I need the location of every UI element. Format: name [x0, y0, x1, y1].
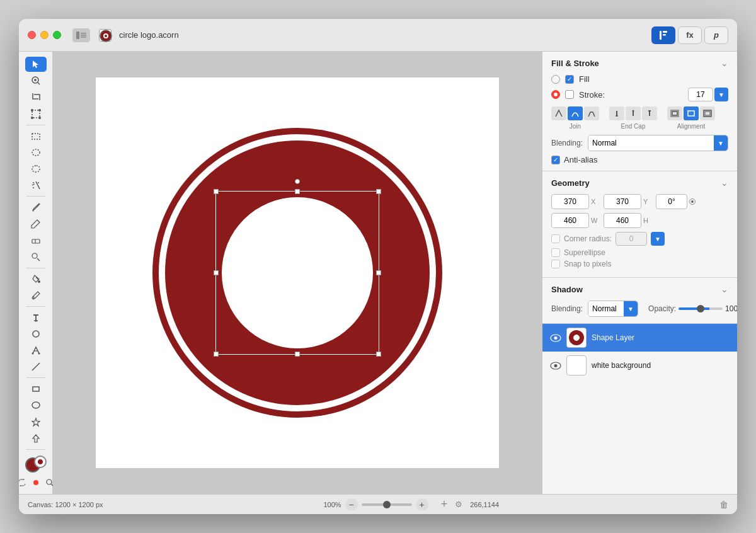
layer-item-shape[interactable]: Shape Layer: [542, 324, 737, 352]
swap-colors-tool[interactable]: [19, 476, 28, 489]
cap-square-btn[interactable]: [642, 106, 657, 120]
rotate-handle[interactable]: [295, 179, 300, 184]
zoom-in-btn[interactable]: +: [416, 498, 428, 511]
color-swatches[interactable]: [25, 456, 47, 473]
text-tool[interactable]: [25, 310, 47, 325]
marquee-ellipse-tool[interactable]: [25, 145, 47, 160]
fx-button[interactable]: fx: [678, 26, 702, 44]
join-miter-btn[interactable]: [551, 106, 566, 120]
x-input[interactable]: [551, 194, 589, 209]
align-outside-btn[interactable]: [700, 106, 715, 120]
cap-butt-btn[interactable]: [609, 106, 624, 120]
wh-row: W H: [551, 213, 728, 228]
snap-to-pixels-checkbox[interactable]: [551, 260, 560, 268]
handle-top-center[interactable]: [295, 189, 300, 194]
cap-round-btn[interactable]: [626, 106, 641, 120]
svg-point-15: [31, 109, 33, 112]
fill-radio[interactable]: [551, 75, 560, 84]
lasso-tool[interactable]: [25, 161, 47, 176]
line-tool[interactable]: [25, 359, 47, 374]
fill-checkbox[interactable]: ✓: [565, 75, 574, 84]
canvas-area[interactable]: [53, 52, 542, 494]
file-icon: [99, 29, 112, 42]
y-input[interactable]: [604, 194, 641, 209]
handle-bottom-center[interactable]: [295, 352, 300, 357]
sidebar-toggle-button[interactable]: [72, 28, 90, 42]
join-buttons: [551, 106, 599, 120]
antialias-checkbox[interactable]: ✓: [551, 156, 560, 164]
geometry-collapse[interactable]: ⌄: [721, 178, 728, 188]
handle-top-right[interactable]: [376, 189, 381, 194]
h-input[interactable]: [604, 213, 641, 228]
blending-select-wrapper[interactable]: Normal ▼: [588, 135, 728, 151]
pencil-tool[interactable]: [25, 216, 47, 231]
join-round-btn[interactable]: [568, 106, 583, 120]
align-center-btn[interactable]: [684, 106, 699, 120]
close-button[interactable]: [28, 31, 36, 39]
eraser-tool[interactable]: [25, 232, 47, 248]
crop-tool[interactable]: [25, 89, 47, 105]
handle-middle-left[interactable]: [214, 270, 219, 275]
active-layer-dot[interactable]: [30, 476, 42, 489]
zoom-tool[interactable]: [25, 73, 47, 88]
add-layer-btn[interactable]: +: [441, 498, 448, 511]
arrow-shape-tool[interactable]: [25, 431, 47, 446]
layer-eye-background[interactable]: [550, 361, 561, 370]
end-cap-group: End Cap: [609, 106, 657, 130]
eyedropper-tool[interactable]: [25, 288, 47, 303]
brush-tool[interactable]: [25, 200, 47, 215]
handle-middle-right[interactable]: [376, 270, 381, 275]
shadow-collapse[interactable]: ⌄: [721, 284, 728, 294]
handle-bottom-left[interactable]: [214, 352, 219, 357]
delete-layer-btn[interactable]: 🗑: [719, 500, 728, 510]
pen-tool[interactable]: [25, 343, 47, 358]
angle-dot: [689, 198, 696, 205]
star-shape-tool[interactable]: [25, 415, 47, 430]
ellipse-shape-tool[interactable]: [25, 398, 47, 413]
marquee-rect-tool[interactable]: [25, 129, 47, 144]
stroke-value-input[interactable]: [688, 88, 713, 101]
select-tool[interactable]: [25, 57, 47, 72]
minimize-button[interactable]: [40, 31, 49, 39]
handle-top-left[interactable]: [214, 189, 219, 194]
shadow-blend-dropdown[interactable]: ▼: [624, 301, 638, 316]
w-label: W: [591, 217, 600, 224]
angle-input[interactable]: [656, 194, 687, 209]
toolbar-divider-5: [26, 377, 45, 378]
opacity-slider[interactable]: [679, 307, 723, 310]
stroke-checkbox[interactable]: [565, 90, 574, 99]
rect-shape-tool[interactable]: [25, 381, 47, 396]
h-label: H: [643, 217, 652, 224]
corner-radius-dropdown[interactable]: ▼: [651, 232, 665, 246]
transform-tool[interactable]: [25, 106, 47, 122]
svg-point-35: [33, 331, 39, 337]
zoom-slider[interactable]: [362, 503, 412, 506]
tools-button[interactable]: [651, 26, 675, 44]
shadow-blend-select[interactable]: Normal ▼: [588, 301, 638, 317]
zoom-out-btn[interactable]: −: [345, 498, 358, 511]
fill-stroke-collapse[interactable]: ⌄: [721, 58, 728, 68]
handle-bottom-right[interactable]: [376, 352, 381, 357]
layer-eye-shape[interactable]: [550, 333, 561, 342]
settings-btn[interactable]: ⚙: [455, 500, 462, 509]
blending-dropdown[interactable]: ▼: [714, 135, 728, 151]
w-input[interactable]: [551, 213, 589, 228]
stroke-radio[interactable]: [551, 90, 560, 99]
layer-item-background[interactable]: white background: [542, 352, 737, 379]
join-bevel-btn[interactable]: [584, 106, 599, 120]
fill-tool[interactable]: [25, 272, 47, 287]
superellipse-checkbox[interactable]: [551, 248, 560, 257]
shape-tool[interactable]: [25, 326, 47, 341]
magic-wand-tool[interactable]: [25, 178, 47, 193]
layer-thumb-shape: [566, 328, 587, 348]
align-inside-btn[interactable]: [667, 106, 682, 120]
maximize-button[interactable]: [53, 31, 61, 39]
canvas-info: Canvas: 1200 × 1200 px: [28, 501, 103, 508]
stroke-label: Stroke:: [579, 90, 605, 100]
stroke-dropdown[interactable]: ▼: [714, 88, 728, 101]
foreground-color[interactable]: [34, 456, 47, 468]
corner-radius-input[interactable]: [616, 232, 647, 246]
clone-stamp-tool[interactable]: [25, 249, 47, 265]
properties-button[interactable]: p: [704, 26, 728, 44]
corner-radius-checkbox[interactable]: [551, 234, 560, 243]
